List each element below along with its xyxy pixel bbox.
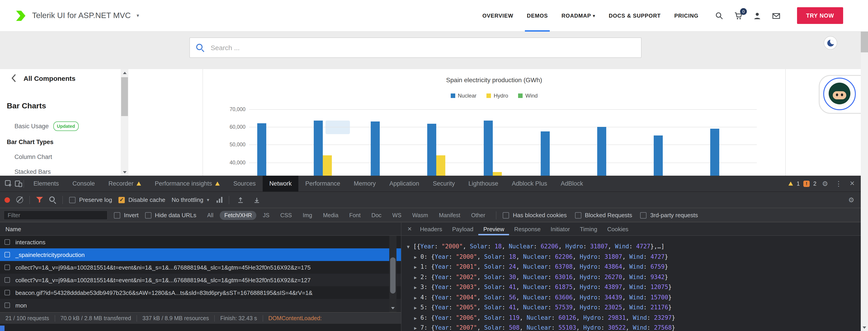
export-har-icon[interactable] xyxy=(252,194,261,206)
disable-cache-checkbox[interactable]: ✓ Disable cache xyxy=(119,196,165,203)
detail-tab-preview[interactable]: Preview xyxy=(478,223,509,235)
cart-icon[interactable]: 0 xyxy=(734,11,743,20)
preview-row[interactable]: ▶6: {Year: "2006", Solar: 119, Nuclear: … xyxy=(401,313,861,323)
devtools-tab-memory[interactable]: Memory xyxy=(347,176,383,192)
account-icon[interactable] xyxy=(753,11,762,20)
hide-data-urls-checkbox[interactable]: Hide data URLs xyxy=(145,212,196,219)
inspect-icon[interactable] xyxy=(4,178,13,190)
throttling-dropdown[interactable]: No throttling ▼ xyxy=(172,196,210,203)
request-row[interactable]: collect?v=1&_v=j99&a=1002815514&t=event&… xyxy=(0,261,401,274)
devtools-tab-sources[interactable]: Sources xyxy=(226,176,262,192)
preview-row[interactable]: ▶4: {Year: "2004", Solar: 56, Nuclear: 6… xyxy=(401,292,861,303)
filter-type-img[interactable]: Img xyxy=(298,211,317,220)
sidebar-item-bar-chart-types[interactable]: Bar Chart Types xyxy=(0,135,118,150)
filter-3rd-party-requests-checkbox[interactable]: 3rd-party requests xyxy=(640,212,698,219)
detail-tab-timing[interactable]: Timing xyxy=(575,223,602,235)
sidebar-item-column-chart[interactable]: Column Chart xyxy=(0,150,118,164)
detail-tab-payload[interactable]: Payload xyxy=(447,223,478,235)
preview-row[interactable]: ▶3: {Year: "2003", Solar: 41, Nuclear: 6… xyxy=(401,282,861,292)
request-row[interactable]: interactions xyxy=(0,236,401,249)
dark-mode-toggle[interactable] xyxy=(824,36,837,50)
network-conditions-icon[interactable] xyxy=(216,197,222,203)
filter-type-doc[interactable]: Doc xyxy=(367,211,386,220)
scroll-down-icon[interactable] xyxy=(121,168,128,176)
preserve-log-checkbox[interactable]: Preserve log xyxy=(69,196,112,203)
invert-checkbox[interactable]: Invert xyxy=(114,212,138,219)
column-header-name[interactable]: Name xyxy=(5,226,21,232)
sidebar-scrollbar[interactable] xyxy=(121,69,128,176)
scrollbar-thumb[interactable] xyxy=(390,257,396,294)
request-row[interactable]: _spainelectricityproduction xyxy=(0,249,401,261)
detail-tab-headers[interactable]: Headers xyxy=(415,223,447,235)
requests-table-header[interactable]: Name xyxy=(0,223,401,236)
detail-tab-response[interactable]: Response xyxy=(509,223,546,235)
preview-row[interactable]: ▶5: {Year: "2005", Solar: 41, Nuclear: 5… xyxy=(401,303,861,313)
try-now-button[interactable]: TRY NOW xyxy=(797,7,843,24)
request-row[interactable]: mon xyxy=(0,299,401,311)
close-icon[interactable]: × xyxy=(847,178,857,190)
warning-icon[interactable] xyxy=(788,181,793,186)
filter-type-fetch-xhr[interactable]: Fetch/XHR xyxy=(220,211,256,220)
nav-item-docs-support[interactable]: DOCS & SUPPORT xyxy=(609,0,661,31)
devtools-tab-lighthouse[interactable]: Lighthouse xyxy=(462,176,505,192)
request-row[interactable]: collect?v=1&_v=j99&a=1002815514&t=event&… xyxy=(0,274,401,286)
nav-item-roadmap[interactable]: ROADMAP▾ xyxy=(561,0,595,31)
chat-widget[interactable] xyxy=(819,75,861,114)
scroll-up-icon[interactable] xyxy=(121,69,128,76)
scroll-down-icon[interactable] xyxy=(389,304,397,312)
devtools-tab-elements[interactable]: Elements xyxy=(27,176,66,192)
devtools-tab-application[interactable]: Application xyxy=(383,176,426,192)
error-icon[interactable]: ! xyxy=(803,180,810,187)
scrollbar-thumb[interactable] xyxy=(121,77,128,116)
back-chevron-icon[interactable] xyxy=(11,74,16,82)
contact-icon[interactable] xyxy=(772,11,781,20)
filter-has-blocked-cookies-checkbox[interactable]: Has blocked cookies xyxy=(503,212,567,219)
brand[interactable]: Telerik UI for ASP.NET MVC ▾ xyxy=(13,9,139,22)
record-icon[interactable] xyxy=(4,197,10,202)
filter-input[interactable] xyxy=(4,210,107,220)
filter-icon[interactable] xyxy=(36,197,43,203)
sidebar-item-stacked-bars[interactable]: Stacked Bars xyxy=(0,164,118,176)
filter-type-css[interactable]: CSS xyxy=(276,211,296,220)
sidebar-item-basic-usage[interactable]: Basic UsageUpdated xyxy=(0,118,118,135)
search-box[interactable] xyxy=(189,37,642,58)
filter-type-all[interactable]: All xyxy=(203,211,218,220)
devtools-tab-adblock[interactable]: AdBlock xyxy=(554,176,590,192)
devtools-tab-performance-insights[interactable]: Performance insights xyxy=(148,176,227,192)
preview-row[interactable]: ▶7: {Year: "2007", Solar: 508, Nuclear: … xyxy=(401,323,861,331)
detail-tab-initiator[interactable]: Initiator xyxy=(546,223,575,235)
search-icon[interactable] xyxy=(715,11,724,20)
device-toolbar-icon[interactable] xyxy=(13,178,24,190)
preview-row[interactable]: ▶0: {Year: "2000", Solar: 18, Nuclear: 6… xyxy=(401,252,861,262)
devtools-tab-recorder[interactable]: Recorder xyxy=(102,176,148,192)
clear-icon[interactable] xyxy=(16,196,23,203)
devtools-tab-adblock-plus[interactable]: Adblock Plus xyxy=(505,176,554,192)
network-settings-gear-icon[interactable]: ⚙ xyxy=(846,194,856,206)
filter-type-wasm[interactable]: Wasm xyxy=(408,211,433,220)
filter-type-media[interactable]: Media xyxy=(318,211,343,220)
request-row[interactable]: beacon.gif?id=54328dddabe53db9497b23c6&s… xyxy=(0,286,401,299)
settings-gear-icon[interactable]: ⚙ xyxy=(820,178,830,190)
filter-type-other[interactable]: Other xyxy=(467,211,490,220)
filter-type-font[interactable]: Font xyxy=(345,211,365,220)
nav-item-demos[interactable]: DEMOS xyxy=(527,0,548,31)
devtools-tab-network[interactable]: Network xyxy=(262,176,298,192)
search-icon[interactable] xyxy=(49,196,56,203)
scroll-down-icon[interactable] xyxy=(861,324,868,331)
import-har-icon[interactable] xyxy=(235,194,245,206)
nav-item-pricing[interactable]: PRICING xyxy=(674,0,699,31)
requests-scrollbar[interactable] xyxy=(389,236,397,312)
preview-root-line[interactable]: ▼[{Year: "2000", Solar: 18, Nuclear: 622… xyxy=(401,241,861,252)
devtools-tab-performance[interactable]: Performance xyxy=(298,176,347,192)
devtools-tab-security[interactable]: Security xyxy=(426,176,462,192)
filter-type-js[interactable]: JS xyxy=(258,211,274,220)
filter-type-ws[interactable]: WS xyxy=(388,211,406,220)
search-input[interactable] xyxy=(210,43,635,52)
preview-row[interactable]: ▶2: {Year: "2002", Solar: 30, Nuclear: 6… xyxy=(401,272,861,282)
detail-tab-cookies[interactable]: Cookies xyxy=(602,223,633,235)
filter-type-manifest[interactable]: Manifest xyxy=(434,211,465,220)
nav-item-overview[interactable]: OVERVIEW xyxy=(483,0,513,31)
page-scrollbar[interactable] xyxy=(861,0,868,331)
preview-row[interactable]: ▶1: {Year: "2001", Solar: 24, Nuclear: 6… xyxy=(401,262,861,272)
close-icon[interactable]: × xyxy=(404,223,415,235)
